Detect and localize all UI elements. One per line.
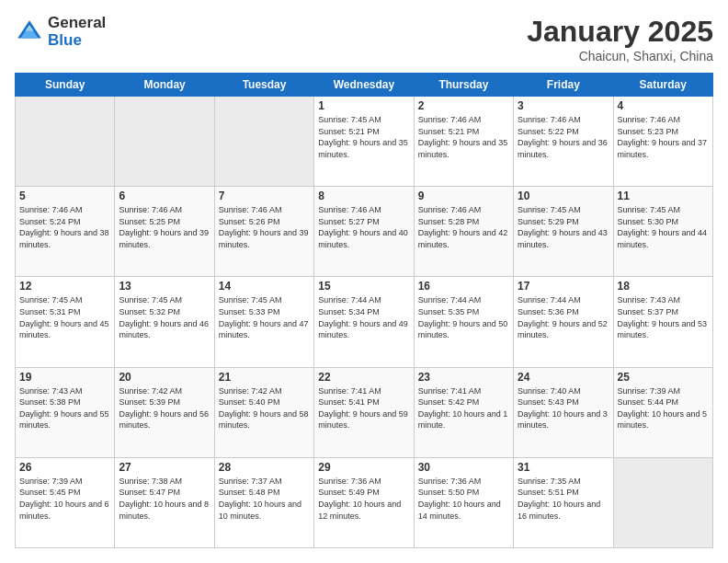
calendar-cell: 3Sunrise: 7:46 AM Sunset: 5:22 PM Daylig…: [514, 97, 613, 187]
day-info: Sunrise: 7:41 AM Sunset: 5:42 PM Dayligh…: [418, 385, 509, 431]
day-info: Sunrise: 7:44 AM Sunset: 5:34 PM Dayligh…: [318, 294, 409, 340]
day-info: Sunrise: 7:43 AM Sunset: 5:38 PM Dayligh…: [19, 385, 110, 431]
calendar-cell: 23Sunrise: 7:41 AM Sunset: 5:42 PM Dayli…: [414, 367, 513, 457]
day-info: Sunrise: 7:46 AM Sunset: 5:24 PM Dayligh…: [19, 204, 110, 250]
day-info: Sunrise: 7:46 AM Sunset: 5:28 PM Dayligh…: [418, 204, 509, 250]
day-info: Sunrise: 7:36 AM Sunset: 5:50 PM Dayligh…: [418, 476, 509, 522]
weekday-header: Thursday: [414, 74, 513, 97]
calendar-cell: 11Sunrise: 7:45 AM Sunset: 5:30 PM Dayli…: [613, 187, 712, 277]
day-number: 14: [219, 280, 310, 293]
weekday-header: Monday: [115, 74, 214, 97]
day-info: Sunrise: 7:45 AM Sunset: 5:30 PM Dayligh…: [618, 204, 709, 250]
day-info: Sunrise: 7:37 AM Sunset: 5:48 PM Dayligh…: [219, 476, 310, 522]
calendar-cell: 28Sunrise: 7:37 AM Sunset: 5:48 PM Dayli…: [214, 457, 313, 547]
calendar-cell: [613, 457, 712, 547]
calendar-cell: 16Sunrise: 7:44 AM Sunset: 5:35 PM Dayli…: [414, 277, 513, 367]
day-number: 25: [618, 371, 709, 384]
calendar-cell: 5Sunrise: 7:46 AM Sunset: 5:24 PM Daylig…: [16, 187, 115, 277]
calendar-week-row: 19Sunrise: 7:43 AM Sunset: 5:38 PM Dayli…: [16, 367, 713, 457]
day-info: Sunrise: 7:45 AM Sunset: 5:31 PM Dayligh…: [19, 294, 110, 340]
day-number: 7: [219, 190, 310, 202]
day-number: 15: [318, 280, 409, 293]
day-info: Sunrise: 7:44 AM Sunset: 5:35 PM Dayligh…: [418, 294, 509, 340]
day-info: Sunrise: 7:39 AM Sunset: 5:45 PM Dayligh…: [19, 476, 110, 522]
calendar-cell: 2Sunrise: 7:46 AM Sunset: 5:21 PM Daylig…: [414, 97, 513, 187]
day-number: 12: [19, 280, 110, 293]
day-info: Sunrise: 7:45 AM Sunset: 5:33 PM Dayligh…: [219, 294, 310, 340]
calendar-cell: [214, 97, 313, 187]
logo-icon: [15, 17, 44, 47]
day-number: 13: [119, 280, 210, 293]
day-number: 30: [418, 461, 509, 474]
calendar-cell: 9Sunrise: 7:46 AM Sunset: 5:28 PM Daylig…: [414, 187, 513, 277]
day-info: Sunrise: 7:46 AM Sunset: 5:21 PM Dayligh…: [418, 114, 509, 160]
logo: General Blue: [15, 15, 106, 49]
day-number: 22: [318, 371, 409, 384]
calendar-cell: 27Sunrise: 7:38 AM Sunset: 5:47 PM Dayli…: [115, 457, 214, 547]
day-number: 5: [19, 190, 110, 202]
day-info: Sunrise: 7:35 AM Sunset: 5:51 PM Dayligh…: [518, 476, 609, 522]
day-number: 16: [418, 280, 509, 293]
calendar-cell: 22Sunrise: 7:41 AM Sunset: 5:41 PM Dayli…: [314, 367, 414, 457]
day-info: Sunrise: 7:43 AM Sunset: 5:37 PM Dayligh…: [618, 294, 709, 340]
day-number: 20: [119, 371, 210, 384]
day-info: Sunrise: 7:46 AM Sunset: 5:25 PM Dayligh…: [119, 204, 210, 250]
calendar-week-row: 26Sunrise: 7:39 AM Sunset: 5:45 PM Dayli…: [16, 457, 713, 547]
calendar-cell: 31Sunrise: 7:35 AM Sunset: 5:51 PM Dayli…: [514, 457, 613, 547]
logo-blue: Blue: [48, 32, 106, 50]
calendar-cell: 1Sunrise: 7:45 AM Sunset: 5:21 PM Daylig…: [314, 97, 414, 187]
calendar-cell: 7Sunrise: 7:46 AM Sunset: 5:26 PM Daylig…: [214, 187, 313, 277]
header: General Blue January 2025 Chaicun, Shanx…: [15, 15, 713, 63]
logo-text: General Blue: [48, 15, 106, 49]
calendar-cell: [16, 97, 115, 187]
calendar-cell: 10Sunrise: 7:45 AM Sunset: 5:29 PM Dayli…: [514, 187, 613, 277]
day-number: 29: [318, 461, 409, 474]
day-number: 3: [518, 99, 609, 112]
day-info: Sunrise: 7:46 AM Sunset: 5:23 PM Dayligh…: [618, 114, 709, 160]
calendar-cell: 20Sunrise: 7:42 AM Sunset: 5:39 PM Dayli…: [115, 367, 214, 457]
month-title: January 2025: [527, 15, 713, 49]
day-number: 1: [318, 99, 409, 112]
day-number: 21: [219, 371, 310, 384]
day-number: 31: [518, 461, 609, 474]
weekday-header-row: SundayMondayTuesdayWednesdayThursdayFrid…: [16, 74, 713, 97]
day-info: Sunrise: 7:38 AM Sunset: 5:47 PM Dayligh…: [119, 476, 210, 522]
day-info: Sunrise: 7:46 AM Sunset: 5:27 PM Dayligh…: [318, 204, 409, 250]
calendar-cell: 8Sunrise: 7:46 AM Sunset: 5:27 PM Daylig…: [314, 187, 414, 277]
calendar-week-row: 5Sunrise: 7:46 AM Sunset: 5:24 PM Daylig…: [16, 187, 713, 277]
day-number: 28: [219, 461, 310, 474]
day-info: Sunrise: 7:46 AM Sunset: 5:22 PM Dayligh…: [518, 114, 609, 160]
calendar-cell: 26Sunrise: 7:39 AM Sunset: 5:45 PM Dayli…: [16, 457, 115, 547]
day-info: Sunrise: 7:42 AM Sunset: 5:40 PM Dayligh…: [219, 385, 310, 431]
day-number: 19: [19, 371, 110, 384]
day-info: Sunrise: 7:46 AM Sunset: 5:26 PM Dayligh…: [219, 204, 310, 250]
day-info: Sunrise: 7:45 AM Sunset: 5:32 PM Dayligh…: [119, 294, 210, 340]
calendar-cell: 18Sunrise: 7:43 AM Sunset: 5:37 PM Dayli…: [613, 277, 712, 367]
day-number: 9: [418, 190, 509, 202]
day-info: Sunrise: 7:45 AM Sunset: 5:29 PM Dayligh…: [518, 204, 609, 250]
day-number: 6: [119, 190, 210, 202]
calendar-week-row: 12Sunrise: 7:45 AM Sunset: 5:31 PM Dayli…: [16, 277, 713, 367]
location: Chaicun, Shanxi, China: [527, 49, 713, 63]
day-info: Sunrise: 7:42 AM Sunset: 5:39 PM Dayligh…: [119, 385, 210, 431]
page: General Blue January 2025 Chaicun, Shanx…: [0, 0, 728, 563]
calendar-cell: [115, 97, 214, 187]
day-number: 11: [618, 190, 709, 202]
day-info: Sunrise: 7:40 AM Sunset: 5:43 PM Dayligh…: [518, 385, 609, 431]
calendar-cell: 12Sunrise: 7:45 AM Sunset: 5:31 PM Dayli…: [16, 277, 115, 367]
day-number: 18: [618, 280, 709, 293]
logo-general: General: [48, 15, 106, 32]
calendar-cell: 25Sunrise: 7:39 AM Sunset: 5:44 PM Dayli…: [613, 367, 712, 457]
day-info: Sunrise: 7:44 AM Sunset: 5:36 PM Dayligh…: [518, 294, 609, 340]
day-number: 2: [418, 99, 509, 112]
weekday-header: Friday: [514, 74, 613, 97]
calendar-cell: 30Sunrise: 7:36 AM Sunset: 5:50 PM Dayli…: [414, 457, 513, 547]
calendar-week-row: 1Sunrise: 7:45 AM Sunset: 5:21 PM Daylig…: [16, 97, 713, 187]
day-number: 4: [618, 99, 709, 112]
calendar-cell: 17Sunrise: 7:44 AM Sunset: 5:36 PM Dayli…: [514, 277, 613, 367]
weekday-header: Sunday: [16, 74, 115, 97]
calendar-cell: 4Sunrise: 7:46 AM Sunset: 5:23 PM Daylig…: [613, 97, 712, 187]
weekday-header: Wednesday: [314, 74, 414, 97]
calendar-cell: 24Sunrise: 7:40 AM Sunset: 5:43 PM Dayli…: [514, 367, 613, 457]
weekday-header: Saturday: [613, 74, 712, 97]
